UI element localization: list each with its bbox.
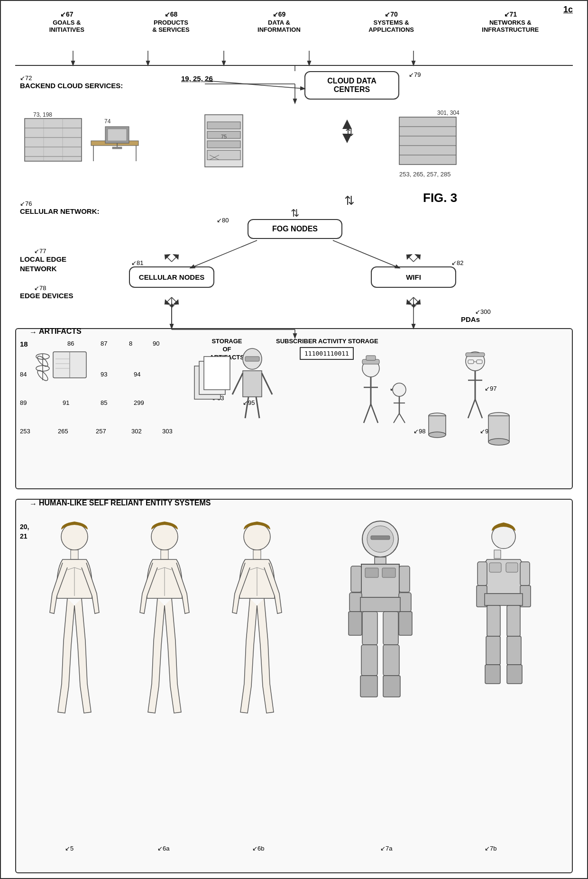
separator-line	[15, 65, 573, 66]
svg-rect-18	[207, 131, 240, 138]
num-6a: ↙6a	[157, 845, 169, 852]
svg-text:⇅: ⇅	[344, 193, 355, 208]
cat-num-69: ↙69	[257, 10, 301, 18]
human-section	[15, 499, 573, 873]
cellular-nodes-label: CELLULAR NODES	[139, 273, 204, 281]
num-87: 87	[101, 340, 107, 347]
category-networks: ↙71 NETWORKS &INFRASTRUCTURE	[482, 10, 539, 33]
svg-text:⇅: ⇅	[345, 127, 354, 138]
wifi-box: WIFI	[371, 266, 456, 288]
num-257: 257	[96, 428, 106, 435]
ref-1926: 19, 25, 26	[181, 74, 213, 82]
svg-rect-43	[108, 129, 127, 141]
num-85: 85	[101, 399, 107, 406]
svg-rect-19	[207, 141, 240, 148]
fog-num: ↙80	[217, 217, 229, 224]
num-7b: ↙7b	[485, 845, 496, 852]
svg-line-53	[172, 297, 179, 304]
num-20-21: 20,21	[20, 522, 29, 541]
category-goals: ↙67 GOALS &INITIATIVES	[49, 10, 84, 33]
svg-line-5	[205, 81, 304, 89]
svg-text:✦: ✦	[410, 301, 418, 311]
svg-marker-50	[173, 254, 179, 260]
svg-rect-42	[105, 127, 129, 143]
svg-line-22	[210, 155, 219, 160]
artifacts-arrow-icon: →	[29, 328, 37, 337]
svg-rect-16	[205, 115, 243, 167]
svg-rect-24	[399, 117, 456, 165]
cat-num-67: ↙67	[49, 10, 84, 18]
num-302: 302	[131, 428, 142, 435]
svg-line-51	[165, 297, 172, 304]
artifacts-label: ARTIFACTS	[39, 327, 82, 336]
cellular-network-num: ↙76	[20, 200, 32, 207]
num-303: 303	[162, 428, 173, 435]
svg-marker-7	[342, 134, 352, 143]
num-96: ↙96	[390, 385, 402, 392]
svg-line-21	[210, 155, 219, 160]
cat-label-71: NETWORKS &INFRASTRUCTURE	[482, 19, 539, 33]
svg-rect-45	[112, 147, 122, 149]
page: 1c ↙67 GOALS &INITIATIVES ↙68 PRODUCTS& …	[0, 0, 588, 879]
svg-marker-6	[342, 119, 352, 129]
backend-num: ↙72	[20, 74, 32, 82]
cloud-box-label: CLOUD DATA CENTERS	[327, 77, 376, 93]
svg-text:✦: ✦	[168, 301, 176, 311]
svg-line-57	[413, 255, 421, 262]
num-95: ↙95	[243, 399, 255, 406]
category-data: ↙69 DATA &INFORMATION	[257, 10, 301, 33]
svg-line-11	[333, 240, 399, 268]
svg-rect-17	[207, 122, 240, 129]
svg-line-61	[413, 297, 421, 304]
svg-marker-58	[414, 254, 421, 260]
num-99: ↙99	[480, 428, 492, 435]
num-97: ↙97	[485, 385, 496, 392]
num-299: 299	[134, 399, 144, 406]
edge-devices-label: EDGE DEVICES	[20, 292, 74, 300]
storage-num-83: ↙83	[212, 394, 224, 402]
svg-line-47	[165, 255, 172, 262]
top-categories: ↙67 GOALS &INITIATIVES ↙68 PRODUCTS& SER…	[15, 10, 573, 33]
cat-num-68: ↙68	[152, 10, 190, 18]
num-91: 91	[63, 399, 69, 406]
svg-rect-31	[25, 119, 82, 161]
cat-label-69: DATA &INFORMATION	[257, 19, 301, 33]
local-edge-num: ↙77	[34, 247, 46, 255]
svg-marker-54	[173, 299, 179, 305]
svg-line-10	[191, 240, 257, 268]
human-section-label: HUMAN-LIKE SELF RELIANT ENTITY SYSTEMS	[39, 499, 211, 507]
num-253: 253	[20, 428, 30, 435]
svg-marker-62	[414, 299, 421, 305]
num-265: 265	[58, 428, 68, 435]
category-systems: ↙70 SYSTEMS &APPLICATIONS	[368, 10, 414, 33]
svg-marker-48	[165, 254, 171, 260]
svg-text:301, 304: 301, 304	[437, 110, 459, 116]
num-84: 84	[20, 371, 27, 378]
storage-artifacts-label: STORAGEOFARTIFACTS	[210, 338, 244, 362]
cat-num-71: ↙71	[482, 10, 539, 18]
svg-line-59	[406, 297, 413, 304]
svg-text:253, 265, 257, 285: 253, 265, 257, 285	[399, 171, 450, 178]
wifi-num: ↙82	[451, 259, 463, 266]
cellular-network-label: CELLULAR NETWORK:	[20, 207, 99, 215]
svg-text:75: 75	[221, 134, 227, 139]
artifacts-section	[15, 328, 573, 489]
num-6b: ↙6b	[252, 845, 264, 852]
num-98: ↙98	[413, 428, 425, 435]
num-5: ↙5	[65, 845, 74, 852]
binary-code-box: 111001110011	[300, 347, 354, 360]
svg-rect-39	[91, 141, 138, 146]
cat-label-70: SYSTEMS &APPLICATIONS	[368, 19, 414, 33]
cat-label-68: PRODUCTS& SERVICES	[152, 19, 190, 33]
pdas-num: ↙300	[475, 308, 491, 315]
backend-label: BACKEND CLOUD SERVICES:	[20, 82, 123, 90]
num-8: 8	[129, 340, 132, 347]
svg-marker-60	[406, 299, 413, 305]
svg-marker-52	[165, 299, 171, 305]
num-90: 90	[153, 340, 159, 347]
cat-label-67: GOALS &INITIATIVES	[49, 19, 84, 33]
fig3-label: FIG. 3	[423, 191, 457, 205]
num-89: 89	[20, 399, 27, 406]
num-93: 93	[101, 371, 107, 378]
pdas-label: PDAs	[461, 315, 480, 323]
